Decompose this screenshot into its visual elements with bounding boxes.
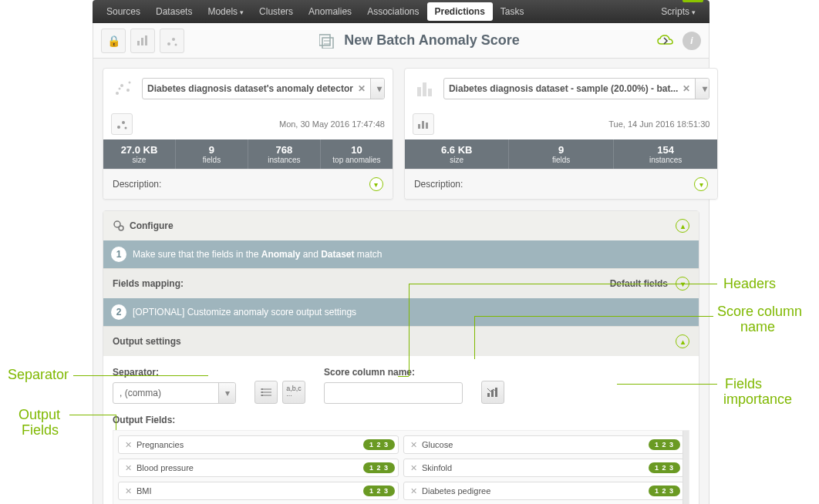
svg-rect-2 — [145, 35, 147, 45]
info-icon[interactable]: i — [682, 32, 701, 50]
chevron-down-icon: ▾ — [676, 277, 689, 291]
configure-toggle[interactable]: Configure ▴ — [103, 211, 699, 240]
titlebar: 🔒 New Batch Anomaly Score i — [93, 23, 709, 59]
score-column-input[interactable] — [324, 382, 463, 404]
svg-point-31 — [261, 395, 263, 396]
svg-point-4 — [172, 38, 175, 41]
field-chip[interactable]: ✕Skinfold1 2 3 — [403, 459, 684, 477]
chevron-up-icon: ▴ — [676, 219, 689, 233]
page-title: New Batch Anomaly Score — [184, 32, 655, 49]
anomaly-detector-select[interactable]: Diabetes diagnosis dataset's anomaly det… — [142, 78, 385, 99]
svg-point-14 — [119, 88, 121, 90]
field-chip[interactable]: ✕Glucose1 2 3 — [403, 435, 684, 454]
batch-icon — [319, 33, 338, 49]
remove-icon[interactable]: ✕ — [122, 440, 135, 450]
chart-icon[interactable] — [130, 29, 155, 53]
anomaly-date: Mon, 30 May 2016 17:47:48 — [279, 119, 385, 129]
field-chip[interactable]: ✕BMI1 2 3 — [118, 482, 399, 500]
svg-rect-0 — [137, 41, 140, 45]
fields-mapping-toggle[interactable]: Fields mapping: Default fields ▾ — [103, 268, 699, 298]
field-chip[interactable]: ✕Pregnancies1 2 3 — [118, 435, 399, 454]
svg-point-12 — [126, 89, 130, 92]
svg-rect-1 — [141, 38, 143, 45]
output-fields-grid: ✕Pregnancies1 2 3 ✕Glucose1 2 3 ✕Blood p… — [113, 430, 689, 504]
output-settings-toggle[interactable]: Output settings ▴ — [103, 326, 699, 356]
nav-datasets[interactable]: Datasets — [148, 0, 200, 23]
headers-toggle-button[interactable]: a,b,c··· — [282, 381, 305, 404]
gear-icon — [113, 220, 125, 232]
nav-tasks[interactable]: Tasks — [493, 0, 532, 23]
callout-headers: Headers — [723, 276, 776, 292]
svg-point-5 — [175, 43, 177, 45]
cloud-action-icon[interactable] — [655, 30, 676, 52]
nav-predictions[interactable]: Predictions — [427, 2, 493, 21]
svg-rect-21 — [418, 124, 420, 129]
chevron-down-icon: ▾ — [694, 177, 708, 191]
nav-models[interactable]: Models — [200, 0, 251, 24]
chevron-down-icon[interactable]: ▾ — [218, 383, 235, 403]
svg-point-17 — [125, 127, 127, 129]
callout-score-col-2: name — [740, 319, 775, 335]
svg-rect-23 — [426, 123, 428, 129]
field-chip[interactable]: ✕Diabetes pedigree1 2 3 — [403, 482, 684, 500]
step-1-bar: 1 Make sure that the fields in the Anoma… — [103, 240, 699, 268]
anomaly-detector-card: Diabetes diagnosis dataset's anomaly det… — [103, 68, 393, 200]
nav-clusters[interactable]: Clusters — [251, 0, 301, 23]
chevron-down-icon: ▾ — [369, 177, 383, 191]
output-fields-toggle-button[interactable] — [254, 381, 278, 404]
svg-rect-18 — [417, 87, 421, 96]
scatter-icon — [111, 76, 136, 101]
fields-importance-button[interactable] — [481, 381, 504, 404]
scrollbar[interactable] — [682, 431, 689, 504]
nav-associations[interactable]: Associations — [359, 0, 426, 23]
anomaly-icon[interactable] — [160, 29, 184, 53]
callout-separator: Separator — [8, 367, 69, 383]
remove-icon[interactable]: ✕ — [407, 486, 420, 496]
remove-icon[interactable]: ✕ — [122, 486, 135, 496]
chevron-down-icon[interactable]: ▾ — [695, 79, 709, 99]
svg-rect-7 — [322, 38, 333, 49]
svg-rect-20 — [428, 89, 432, 96]
remove-icon[interactable]: ✕ — [122, 463, 135, 473]
remove-icon[interactable]: ✕ — [407, 463, 420, 473]
clear-icon[interactable]: ✕ — [678, 83, 695, 94]
svg-point-13 — [129, 82, 131, 84]
svg-point-25 — [119, 226, 123, 230]
callout-fields-imp-1: Fields — [725, 376, 762, 392]
svg-point-10 — [116, 92, 119, 95]
svg-rect-32 — [487, 393, 490, 397]
nav-sources[interactable]: Sources — [99, 0, 148, 23]
callout-score-col-1: Score column — [717, 304, 802, 320]
svg-point-29 — [261, 388, 263, 390]
dataset-meta-icon[interactable] — [413, 113, 434, 135]
lock-icon[interactable]: 🔒 — [101, 29, 126, 53]
field-chip[interactable]: ✕Blood pressure1 2 3 — [118, 459, 399, 477]
svg-point-11 — [120, 84, 123, 87]
dataset-description-toggle[interactable]: Description: ▾ — [405, 169, 717, 199]
dataset-select[interactable]: Diabetes diagnosis dataset - sample (20.… — [443, 78, 709, 99]
separator-label: Separator: — [113, 367, 236, 378]
callout-fields-imp-2: importance — [723, 391, 792, 408]
callout-output-fields-2: Fields — [22, 422, 59, 438]
svg-rect-19 — [423, 82, 426, 96]
svg-point-15 — [117, 126, 120, 129]
anomaly-description-toggle[interactable]: Description: ▾ — [103, 169, 393, 199]
callout-output-fields-1: Output — [19, 407, 60, 423]
clear-icon[interactable]: ✕ — [353, 83, 370, 94]
svg-point-30 — [261, 391, 263, 393]
output-fields-label: Output Fields: — [113, 415, 689, 425]
navbar: Sources Datasets Models Clusters Anomali… — [93, 0, 709, 23]
anomaly-meta-icon[interactable] — [111, 113, 133, 135]
nav-anomalies[interactable]: Anomalies — [301, 0, 359, 23]
nav-scripts[interactable]: Scripts — [653, 0, 703, 24]
remove-icon[interactable]: ✕ — [407, 440, 420, 450]
svg-point-16 — [122, 121, 125, 124]
bars-icon — [413, 76, 437, 101]
dataset-date: Tue, 14 Jun 2016 18:51:30 — [608, 119, 709, 129]
new-badge: NEW — [682, 0, 703, 2]
chevron-down-icon[interactable]: ▾ — [370, 79, 384, 99]
dataset-card: Diabetes diagnosis dataset - sample (20.… — [404, 68, 718, 200]
anomaly-stats: 27.0 KBsize 9fields 768instances 10top a… — [103, 139, 393, 169]
score-column-label: Score column name: — [324, 367, 463, 378]
separator-select[interactable]: , (comma) ▾ — [113, 382, 236, 404]
